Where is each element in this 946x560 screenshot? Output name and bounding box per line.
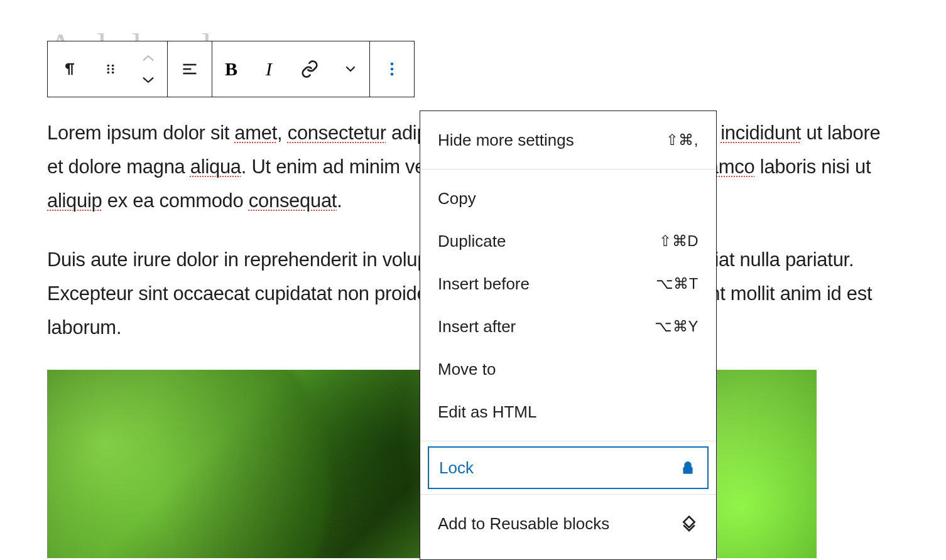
menu-item-label: Lock	[439, 458, 474, 478]
menu-item-label: Insert after	[438, 317, 516, 337]
text: Lorem ipsum dolor sit	[47, 122, 234, 144]
chevron-down-icon	[139, 71, 158, 90]
chevron-down-icon	[341, 60, 360, 78]
svg-point-5	[112, 72, 114, 74]
align-button[interactable]	[168, 41, 212, 97]
svg-point-3	[112, 68, 114, 70]
text: consectetur	[288, 122, 386, 144]
more-vertical-icon	[383, 60, 401, 78]
menu-section: Hide more settings ⇧⌘,	[420, 111, 716, 169]
move-up-button[interactable]	[139, 48, 158, 67]
text: amet	[234, 122, 277, 144]
menu-item-lock[interactable]: Lock	[428, 446, 709, 489]
menu-item-copy[interactable]: Copy	[420, 177, 716, 220]
menu-item-label: Hide more settings	[438, 131, 574, 150]
italic-icon: I	[259, 60, 278, 78]
move-down-button[interactable]	[139, 71, 158, 90]
block-type-paragraph-button[interactable]	[48, 41, 92, 97]
options-button[interactable]	[370, 41, 414, 97]
svg-point-0	[107, 65, 110, 67]
chevron-up-icon	[139, 48, 158, 67]
menu-divider	[420, 441, 716, 441]
svg-point-2	[107, 68, 110, 70]
menu-item-shortcut: ⇧⌘,	[666, 131, 699, 149]
more-formatting-button[interactable]	[332, 41, 369, 97]
block-toolbar: B I	[47, 41, 415, 97]
diamond-stack-icon	[680, 514, 699, 533]
text: consequat	[249, 190, 337, 212]
svg-point-4	[107, 72, 110, 74]
menu-item-label: Insert before	[438, 274, 530, 294]
menu-item-label: Edit as HTML	[438, 402, 537, 422]
svg-point-11	[391, 73, 394, 76]
text: .	[337, 190, 342, 212]
svg-point-9	[391, 63, 394, 66]
menu-item-edit-html[interactable]: Edit as HTML	[420, 390, 716, 433]
text: ,	[277, 122, 288, 144]
menu-item-label: Copy	[438, 189, 476, 208]
text: aliquip	[47, 190, 102, 212]
link-icon	[300, 60, 319, 78]
toolbar-group-align	[168, 41, 212, 97]
menu-item-move-to[interactable]: Move to	[420, 348, 716, 390]
menu-item-shortcut: ⇧⌘D	[659, 232, 699, 250]
menu-item-label: Add to Reusable blocks	[438, 514, 609, 534]
menu-item-shortcut: ⌥⌘T	[656, 275, 699, 293]
lock-icon	[678, 458, 697, 477]
menu-item-duplicate[interactable]: Duplicate ⇧⌘D	[420, 220, 716, 262]
menu-item-shortcut: ⌥⌘Y	[655, 318, 699, 335]
bold-icon: B	[222, 60, 241, 78]
paragraph-icon	[60, 60, 79, 78]
text: incididunt	[720, 122, 801, 144]
svg-point-10	[391, 68, 394, 71]
move-arrows	[129, 41, 167, 97]
link-button[interactable]	[288, 41, 332, 97]
menu-section: Copy Duplicate ⇧⌘D Insert before ⌥⌘T Ins…	[420, 170, 716, 441]
toolbar-group-block	[48, 41, 168, 97]
italic-button[interactable]: I	[250, 41, 288, 97]
text: ex ea commodo	[102, 190, 249, 212]
drag-handle-button[interactable]	[92, 41, 129, 97]
block-options-menu: Hide more settings ⇧⌘, Copy Duplicate ⇧⌘…	[420, 110, 717, 560]
svg-rect-12	[683, 467, 692, 474]
menu-item-label: Duplicate	[438, 232, 506, 251]
menu-section: Add to Reusable blocks	[420, 495, 716, 545]
svg-point-1	[112, 65, 114, 67]
text: aliqua	[190, 156, 241, 178]
toolbar-group-format: B I	[212, 41, 370, 97]
menu-item-add-reusable[interactable]: Add to Reusable blocks	[420, 502, 716, 545]
menu-item-hide-settings[interactable]: Hide more settings ⇧⌘,	[420, 119, 716, 161]
bold-button[interactable]: B	[212, 41, 250, 97]
drag-handle-icon	[101, 60, 120, 78]
menu-item-insert-after[interactable]: Insert after ⌥⌘Y	[420, 305, 716, 348]
text: laboris nisi ut	[754, 156, 871, 178]
align-left-icon	[180, 60, 199, 78]
menu-item-insert-before[interactable]: Insert before ⌥⌘T	[420, 262, 716, 305]
toolbar-group-options	[370, 41, 414, 97]
menu-item-label: Move to	[438, 360, 496, 379]
